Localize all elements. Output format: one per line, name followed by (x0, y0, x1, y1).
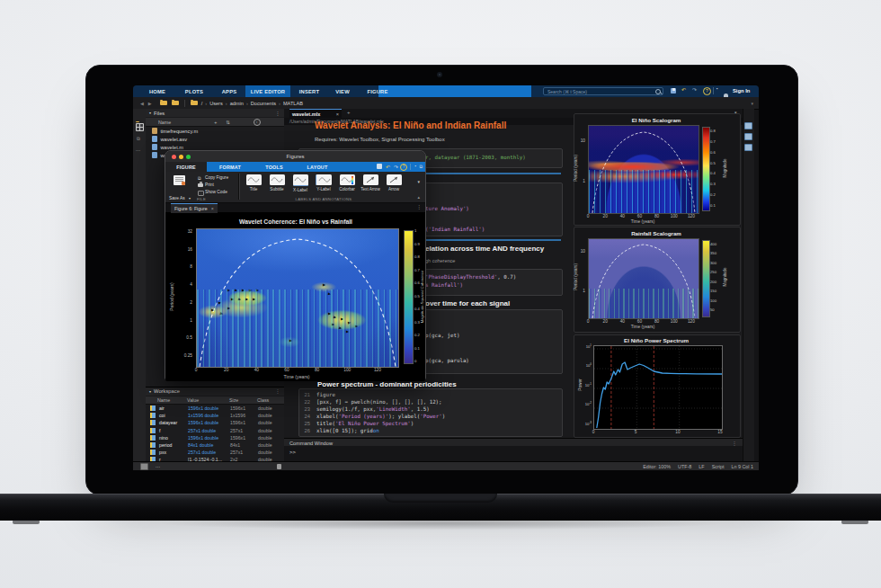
workspace-row[interactable]: air1596x1 double1596x1double (146, 405, 284, 412)
minimize-window-icon[interactable] (179, 155, 183, 159)
files-panel-header[interactable]: ▾ Files ⋮ (146, 109, 284, 117)
show-code-checkbox[interactable] (198, 191, 204, 197)
tab-home[interactable]: HOME (140, 85, 174, 97)
gallery-item-xlabel[interactable]: X-Label (289, 174, 312, 192)
workspace-column-header[interactable]: Name Value Size Class (146, 396, 284, 405)
new-folder-icon[interactable] (160, 101, 167, 105)
power-spectrum-plot[interactable] (593, 345, 723, 430)
sort-icon[interactable]: ⇅ (226, 120, 229, 125)
collapse-ribbon-icon[interactable]: ▴ (417, 194, 420, 200)
figure-thumbnail-icon[interactable] (744, 133, 752, 140)
save-icon[interactable] (671, 88, 676, 94)
print-button[interactable]: Print (205, 183, 214, 187)
figure-thumbnail-icon[interactable] (744, 122, 752, 129)
tab-plots[interactable]: PLOTS (176, 85, 212, 97)
gallery-item-colorbar[interactable]: Colorbar (335, 174, 359, 192)
workspace-row[interactable]: nino1596x1 double1596x1double (146, 434, 284, 441)
breadcrumb-users[interactable]: Users (209, 101, 223, 106)
monitor-icon[interactable] (377, 164, 382, 169)
gallery-expand-icon[interactable]: ▾ (417, 179, 420, 184)
tab-apps[interactable]: APPS (214, 85, 245, 97)
back-icon[interactable]: ◀ (140, 101, 144, 106)
open-folder-icon[interactable] (172, 101, 179, 105)
search-box[interactable] (543, 87, 663, 95)
figures-window[interactable]: Figures FIGURE FORMAT TOOLS LAYOUT ↶ ↷ ?… (165, 150, 426, 380)
chevron-down-icon[interactable]: ▾ (751, 101, 753, 106)
file-row[interactable]: wavelet.asv (146, 135, 284, 143)
close-icon[interactable]: × (211, 206, 214, 211)
more-icon[interactable]: ⋯ (156, 464, 160, 469)
layers-icon[interactable]: ⧉ (137, 136, 140, 142)
save-as-icon[interactable] (174, 175, 185, 185)
col-value[interactable]: Value (187, 397, 229, 403)
breadcrumb-admin[interactable]: admin (230, 101, 244, 106)
col-size[interactable]: Size (229, 397, 257, 403)
copy-figure-button[interactable]: Copy Figure (205, 175, 228, 180)
workspace-row[interactable]: f257x1 double257x1double (146, 427, 284, 434)
gallery-item-ylabel[interactable]: Y-Label (312, 174, 335, 192)
command-window[interactable]: >> (284, 446, 743, 461)
file-row[interactable]: timefrequency.m (146, 127, 284, 135)
tab-view[interactable]: VIEW (328, 85, 357, 97)
code-panel-power[interactable]: 21 22 23 24 25 26 figure [pxx, f] = pwel… (298, 388, 563, 437)
figure-thumbnail-icon[interactable] (744, 144, 752, 151)
workspace-row[interactable]: datayear1596x1 double1596x1double (146, 419, 284, 426)
redo-icon[interactable]: ↷ (394, 164, 398, 170)
sign-in-button[interactable]: Sign In (733, 88, 750, 94)
redo-icon[interactable]: ↷ (692, 86, 697, 93)
more-icon[interactable]: ⋯ (136, 147, 141, 153)
gallery-item-title[interactable]: Title (242, 174, 265, 192)
panel-menu-icon[interactable]: ⋮ (732, 441, 737, 446)
workspace-row[interactable]: period84x1 double84x1double (146, 441, 284, 449)
panel-menu-icon[interactable]: ⋮ (275, 388, 280, 394)
coherence-heatmap[interactable]: ▶ ▶ ▶ ▶ ▶ ▶ ▶ ▶ ▶ ▶ ▶ ▶ ▶ ▶ ▶ ▶ ▶ ▶ ▶ ▶ (196, 228, 399, 368)
copy-icon[interactable]: ⧉ (419, 164, 423, 170)
col-name[interactable]: Name (157, 397, 187, 403)
workspace-header[interactable]: ▾ Workspace ⋮ (146, 388, 284, 396)
editor-tab-wavelet[interactable]: wavelet.mlx × (289, 109, 342, 118)
breadcrumb-matlab[interactable]: MATLAB (283, 101, 303, 106)
panel-menu-icon[interactable]: ⋮ (417, 204, 423, 209)
files-col-name[interactable]: Name (158, 120, 171, 125)
print-icon[interactable] (198, 183, 203, 187)
tab-figure[interactable]: FIGURE (359, 85, 396, 97)
figure-canvas[interactable]: Wavelet Coherence: El Niño vs Rainfall ▶… (165, 213, 425, 381)
layout-icon[interactable] (140, 463, 148, 470)
figures-tab-tools[interactable]: TOOLS (254, 162, 295, 172)
figures-tab-format[interactable]: FORMAT (207, 162, 254, 172)
col-class[interactable]: Class (257, 397, 269, 403)
help-icon[interactable]: ? (400, 164, 407, 171)
workspace-row[interactable]: pxx257x1 double257x1double (146, 449, 284, 456)
code-lines[interactable]: figure [pxx, f] = pwelch(nino, [], [], [… (316, 391, 445, 434)
help-icon[interactable]: ? (703, 87, 711, 95)
copy-figure-icon[interactable]: ⧉ (198, 175, 201, 182)
info-icon[interactable]: i (254, 119, 261, 126)
figures-tab-layout[interactable]: LAYOUT (295, 162, 340, 172)
chevron-down-icon[interactable]: ▾ (149, 389, 151, 394)
rainfall-scalogram-heatmap[interactable] (588, 238, 699, 319)
tab-insert[interactable]: INSERT (292, 85, 326, 97)
settings-dot-icon[interactable]: ▪ (716, 86, 718, 91)
breadcrumb-documents[interactable]: Documents (251, 101, 276, 106)
panels-grid-icon[interactable] (136, 123, 144, 131)
breadcrumb-root[interactable]: / (201, 101, 203, 106)
figures-titlebar[interactable]: Figures (165, 151, 425, 162)
workspace-row[interactable]: coi1x1596 double1x1596double (146, 412, 284, 419)
figures-tab-figure[interactable]: FIGURE (165, 162, 207, 172)
close-window-icon[interactable] (172, 155, 176, 159)
add-file-icon[interactable]: + (214, 120, 217, 125)
gallery-item-arrow[interactable]: Arrow (382, 174, 405, 192)
zoom-window-icon[interactable] (186, 155, 191, 159)
show-code-label[interactable]: Show Code (205, 190, 227, 194)
gallery-item-text-arrow[interactable]: Text Arrow (359, 174, 382, 192)
chevron-down-icon[interactable]: ▾ (149, 111, 151, 115)
search-input[interactable] (546, 89, 650, 94)
search-icon[interactable] (655, 89, 661, 94)
figure-doc-tab[interactable]: Figure 6: Figure × (171, 203, 218, 213)
close-icon[interactable]: × (336, 111, 339, 117)
undo-icon[interactable]: ↶ (681, 86, 686, 93)
nino-scalogram-heatmap[interactable] (588, 125, 699, 214)
forward-icon[interactable]: ▶ (148, 101, 152, 106)
gallery-item-subtitle[interactable]: Subtitle (265, 174, 289, 192)
pin-icon[interactable]: ▪ (414, 164, 416, 168)
